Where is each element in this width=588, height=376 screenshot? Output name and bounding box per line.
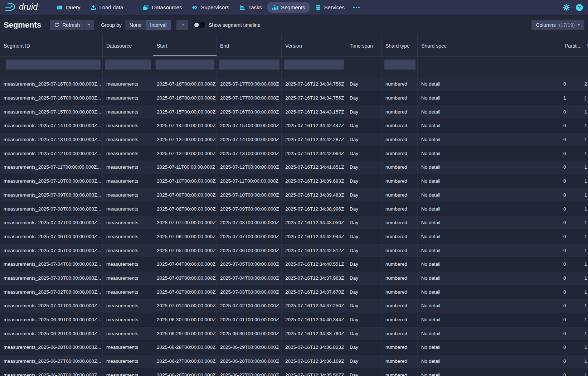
- cell-datasource: measurements: [103, 257, 153, 271]
- cell-version: 2025-07-16T12:34:42.447Z: [282, 119, 346, 132]
- cell-shard-spec: No detail: [418, 202, 561, 216]
- table-row[interactable]: measurements_2025-07-12T00:00:00.000Z...…: [0, 146, 588, 160]
- help-icon[interactable]: ?: [576, 4, 583, 11]
- cell-partition: 0: [561, 313, 583, 327]
- table-row[interactable]: measurements_2025-07-06T00:00:00.000Z...…: [0, 230, 588, 244]
- cell-datasource: measurements: [103, 327, 153, 340]
- cell-shard-type: numbered: [382, 230, 418, 244]
- column-header-time-span[interactable]: Time span: [346, 35, 382, 57]
- table-row[interactable]: measurements_2025-06-26T00:00:00.000Z...…: [0, 368, 588, 376]
- filter-input-start[interactable]: [155, 59, 215, 70]
- table-row[interactable]: measurements_2025-07-15T00:00:00.000Z...…: [0, 105, 588, 119]
- nav-item-services[interactable]: Services: [310, 2, 350, 13]
- cell-shard-spec: No detail: [418, 244, 561, 257]
- cell-partition: 0: [561, 133, 583, 146]
- table-row[interactable]: measurements_2025-07-05T00:00:00.000Z...…: [0, 244, 588, 257]
- refresh-dropdown-button[interactable]: [84, 20, 94, 30]
- table-row[interactable]: measurements_2025-06-27T00:00:00.000Z...…: [0, 355, 588, 368]
- cell-size: 1: [583, 174, 588, 188]
- filter-input-datasource[interactable]: [105, 59, 151, 70]
- table-body: measurements_2025-07-16T00:00:00.000Z...…: [0, 77, 588, 376]
- table-row[interactable]: measurements_2025-07-11T00:00:00.000Z...…: [0, 160, 588, 174]
- cell-start: 2025-07-09T00:00:00.000Z: [153, 188, 217, 202]
- filter-cell: [382, 57, 418, 77]
- nav-item-tasks[interactable]: Tasks: [234, 2, 267, 13]
- cell-partition: 0: [561, 202, 583, 216]
- cell-version: 2025-07-16T12:34:37.963Z: [282, 271, 346, 285]
- column-header-start[interactable]: Start: [153, 35, 217, 57]
- table-row[interactable]: measurements_2025-07-01T00:00:00.000Z...…: [0, 299, 588, 313]
- cell-datasource: measurements: [103, 271, 153, 285]
- table-row[interactable]: measurements_2025-07-04T00:00:00.000Z...…: [0, 257, 588, 271]
- table-row[interactable]: measurements_2025-06-29T00:00:00.000Z...…: [0, 327, 588, 341]
- gear-icon[interactable]: [563, 4, 570, 11]
- cell-end: 2025-07-03T00:00:00.000Z: [217, 285, 282, 299]
- column-header-version[interactable]: Version: [282, 35, 346, 57]
- cell-size: 1: [583, 368, 588, 376]
- cell-datasource: measurements: [103, 202, 153, 216]
- cell-time-span: Day: [346, 146, 382, 160]
- cell-end: 2025-07-09T00:00:00.000Z: [217, 202, 282, 216]
- toolbar-more-button[interactable]: [176, 20, 188, 30]
- table-row[interactable]: measurements_2025-07-02T00:00:00.000Z...…: [0, 285, 588, 299]
- table-row[interactable]: measurements_2025-07-14T00:00:00.000Z...…: [0, 119, 588, 133]
- column-header-datasource[interactable]: Datasource: [103, 35, 153, 57]
- filter-input-segment-id[interactable]: [5, 59, 101, 70]
- column-header-end[interactable]: End: [217, 35, 282, 57]
- cell-datasource: measurements: [103, 244, 153, 257]
- cell-shard-type: numbered: [382, 341, 418, 354]
- filter-cell: [217, 57, 282, 77]
- filter-input-shard-type[interactable]: [384, 59, 416, 70]
- cell-partition: 0: [561, 216, 583, 230]
- table-row[interactable]: measurements_2025-06-28T00:00:00.000Z...…: [0, 341, 588, 355]
- group-by-interval-button[interactable]: Interval: [146, 20, 171, 30]
- column-header-partition[interactable]: Partiti...: [561, 35, 583, 57]
- filter-input-version[interactable]: [284, 59, 344, 70]
- segment-timeline-toggle[interactable]: [194, 22, 205, 28]
- cell-version: 2025-07-16T12:34:41.851Z: [282, 160, 346, 174]
- cell-datasource: measurements: [103, 216, 153, 230]
- filter-input-end[interactable]: [219, 59, 280, 70]
- nav-item-load-data[interactable]: Load data: [86, 2, 128, 13]
- cell-time-span: Day: [346, 271, 382, 285]
- cell-start: 2025-07-11T00:00:00.000Z: [153, 160, 217, 174]
- column-header-segment-id[interactable]: Segment ID: [0, 35, 103, 57]
- group-by-none-button[interactable]: None: [125, 20, 146, 30]
- refresh-button[interactable]: Refresh: [50, 20, 84, 30]
- cell-time-span: Day: [346, 105, 382, 119]
- table-row[interactable]: measurements_2025-07-09T00:00:00.000Z...…: [0, 188, 588, 202]
- cell-shard-spec: No detail: [418, 77, 561, 91]
- load-data-icon: [91, 5, 96, 10]
- cell-version: 2025-07-16T12:34:35.567Z: [282, 368, 346, 376]
- chevron-down-icon: [88, 24, 91, 26]
- cell-shard-spec: No detail: [418, 271, 561, 285]
- nav-item-supervisors[interactable]: Supervisors: [187, 2, 234, 13]
- nav-item-segments[interactable]: Segments: [267, 2, 310, 13]
- cell-partition: 0: [561, 160, 583, 174]
- column-header-shard-type[interactable]: Shard type: [382, 35, 418, 57]
- druid-logo[interactable]: druid: [0, 2, 42, 13]
- table-row[interactable]: measurements_2025-07-07T00:00:00.000Z...…: [0, 216, 588, 230]
- columns-dropdown-button[interactable]: Columns(17/19): [531, 20, 584, 30]
- table-row[interactable]: measurements_2025-07-03T00:00:00.000Z...…: [0, 271, 588, 285]
- nav-more-icon[interactable]: [350, 7, 363, 8]
- cell-datasource: measurements: [103, 91, 153, 105]
- navbar: druid Query Load data Datasources Superv…: [0, 0, 588, 15]
- table-row[interactable]: measurements_2025-07-10T00:00:00.000Z...…: [0, 174, 588, 188]
- column-header-shard-spec[interactable]: Shard spec: [418, 35, 561, 57]
- cell-segment-id: measurements_2025-07-10T00:00:00.000Z...: [0, 174, 103, 188]
- cell-size: 1: [583, 133, 588, 146]
- column-header-size[interactable]: S: [583, 35, 588, 57]
- cell-size: 1: [583, 341, 588, 354]
- nav-item-datasources[interactable]: Datasources: [138, 2, 187, 13]
- cell-time-span: Day: [346, 299, 382, 313]
- table-row[interactable]: measurements_2025-07-13T00:00:00.000Z...…: [0, 133, 588, 147]
- table-row[interactable]: measurements_2025-07-08T00:00:00.000Z...…: [0, 202, 588, 216]
- cell-start: 2025-06-29T00:00:00.000Z: [153, 327, 217, 340]
- nav-item-query[interactable]: Query: [52, 2, 86, 13]
- table-row[interactable]: measurements_2025-07-16T00:00:00.000Z...…: [0, 77, 588, 91]
- sort-indicator-start-column: [153, 55, 217, 56]
- table-row[interactable]: measurements_2025-06-30T00:00:00.000Z...…: [0, 313, 588, 327]
- table-row[interactable]: measurements_2025-07-16T00:00:00.000Z...…: [0, 91, 588, 105]
- cell-end: 2025-07-16T00:00:00.000Z: [217, 105, 282, 119]
